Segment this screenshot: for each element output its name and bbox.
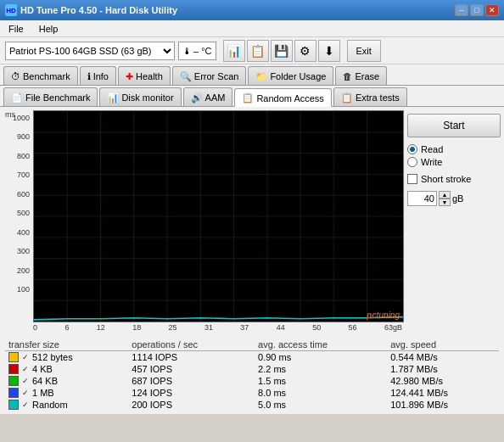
spin-up-button[interactable]: ▲ bbox=[439, 191, 451, 199]
cell-access-3: 8.0 ms bbox=[255, 387, 387, 399]
health-icon: ✚ bbox=[126, 71, 133, 82]
temp-display: 🌡 – °C bbox=[178, 42, 216, 60]
chart-svg bbox=[34, 111, 403, 322]
info-icon: ℹ bbox=[87, 71, 91, 82]
spin-down-button[interactable]: ▼ bbox=[439, 199, 451, 206]
cell-label-2: ✓ 64 KB bbox=[5, 375, 128, 387]
y-label-100: 100 bbox=[17, 285, 30, 294]
write-label: Write bbox=[421, 157, 442, 167]
label-1: 4 KB bbox=[32, 364, 53, 374]
stroke-input[interactable] bbox=[407, 191, 437, 206]
check-icon-1: ✓ bbox=[22, 365, 29, 373]
toolbar-btn-5[interactable]: ⬇ bbox=[318, 40, 340, 62]
col-speed: avg. speed bbox=[387, 338, 499, 351]
short-stroke-label: Short stroke bbox=[421, 174, 471, 184]
chart-with-axes: ms 1000 900 800 700 600 500 400 300 200 … bbox=[3, 110, 404, 322]
toolbar-btn-2[interactable]: 📋 bbox=[247, 40, 269, 62]
color-indicator-2 bbox=[8, 376, 19, 386]
tab-error-scan[interactable]: 🔍 Error Scan bbox=[172, 66, 247, 85]
cell-speed-0: 0.544 MB/s bbox=[387, 351, 499, 364]
check-icon-3: ✓ bbox=[22, 389, 29, 397]
label-2: 64 KB bbox=[32, 376, 58, 386]
x-label-37: 37 bbox=[240, 323, 249, 332]
title-bar: HD HD Tune Pro 4.50 - Hard Disk Utility … bbox=[0, 0, 504, 20]
tab-aam[interactable]: 🔊 AAM bbox=[183, 87, 233, 106]
minimize-button[interactable]: – bbox=[455, 4, 468, 16]
results-table: transfer size operations / sec avg. acce… bbox=[5, 338, 499, 411]
cell-speed-2: 42.980 MB/s bbox=[387, 375, 499, 387]
short-stroke-checkbox[interactable] bbox=[407, 174, 417, 184]
write-radio[interactable] bbox=[407, 157, 417, 167]
table-row: ✓ 512 bytes 1114 IOPS 0.90 ms 0.544 MB/s bbox=[5, 351, 499, 364]
col-access-time: avg. access time bbox=[255, 338, 387, 351]
exit-button[interactable]: Exit bbox=[347, 40, 381, 62]
cell-speed-1: 1.787 MB/s bbox=[387, 363, 499, 375]
temp-value: – °C bbox=[193, 46, 212, 56]
stroke-spinner: ▲ ▼ bbox=[439, 191, 451, 206]
table-row: ✓ 64 KB 687 IOPS 1.5 ms 42.980 MB/s bbox=[5, 375, 499, 387]
data-table-area: transfer size operations / sec avg. acce… bbox=[0, 335, 504, 414]
write-radio-item[interactable]: Write bbox=[407, 157, 501, 167]
cell-label-1: ✓ 4 KB bbox=[5, 363, 128, 375]
table-row: ✓ 4 KB 457 IOPS 2.2 ms 1.787 MB/s bbox=[5, 363, 499, 375]
cell-ops-3: 124 IOPS bbox=[128, 387, 255, 399]
read-radio-item[interactable]: Read bbox=[407, 144, 501, 154]
label-0: 512 bytes bbox=[32, 352, 73, 362]
window-title: HD Tune Pro 4.50 - Hard Disk Utility bbox=[20, 5, 177, 15]
cell-ops-4: 200 IOPS bbox=[128, 399, 255, 411]
cell-speed-4: 101.896 MB/s bbox=[387, 399, 499, 411]
x-label-50: 50 bbox=[312, 323, 321, 332]
extra-tests-icon: 📋 bbox=[341, 92, 353, 104]
tab-info[interactable]: ℹ Info bbox=[80, 66, 116, 85]
tab-folder-usage[interactable]: 📁 Folder Usage bbox=[248, 66, 333, 85]
right-panel: Start Read Write Short stroke ▲ ▼ gB bbox=[407, 110, 501, 332]
color-indicator-3 bbox=[8, 388, 19, 398]
random-access-icon: 📋 bbox=[242, 92, 254, 104]
toolbar: Patriot PS-100 64GB SSD (63 gB) 🌡 – °C 📊… bbox=[0, 37, 504, 64]
tab-extra-tests[interactable]: 📋 Extra tests bbox=[333, 87, 407, 106]
toolbar-btn-3[interactable]: 💾 bbox=[271, 40, 293, 62]
erase-icon: 🗑 bbox=[343, 71, 352, 81]
cell-label-4: ✓ Random bbox=[5, 399, 128, 411]
watermark: pctuning bbox=[367, 311, 400, 320]
close-button[interactable]: ✕ bbox=[485, 4, 499, 16]
color-indicator-1 bbox=[8, 364, 19, 374]
tab-disk-monitor[interactable]: 📊 Disk monitor bbox=[99, 87, 181, 106]
app-icon: HD bbox=[5, 4, 17, 16]
tab-health[interactable]: ✚ Health bbox=[118, 66, 171, 85]
cell-speed-3: 124.441 MB/s bbox=[387, 387, 499, 399]
tab-random-access[interactable]: 📋 Random Access bbox=[234, 88, 331, 107]
start-button[interactable]: Start bbox=[407, 114, 501, 137]
x-label-6: 6 bbox=[64, 323, 69, 332]
cell-ops-1: 457 IOPS bbox=[128, 363, 255, 375]
tab-file-benchmark[interactable]: 📄 File Benchmark bbox=[3, 87, 98, 106]
cell-access-2: 1.5 ms bbox=[255, 375, 387, 387]
read-radio[interactable] bbox=[407, 144, 417, 154]
y-label-300: 300 bbox=[17, 247, 30, 255]
disk-select[interactable]: Patriot PS-100 64GB SSD (63 gB) bbox=[5, 42, 175, 60]
x-label-44: 44 bbox=[277, 323, 285, 332]
tab-erase[interactable]: 🗑 Erase bbox=[335, 66, 387, 85]
restore-button[interactable]: □ bbox=[470, 4, 484, 16]
menu-file[interactable]: File bbox=[5, 23, 27, 35]
read-label: Read bbox=[421, 144, 443, 154]
x-label-0: 0 bbox=[33, 323, 37, 332]
x-label-18: 18 bbox=[132, 323, 141, 332]
tab-row-2: 📄 File Benchmark 📊 Disk monitor 🔊 AAM 📋 … bbox=[0, 86, 504, 107]
tab-row-1: ⏱ Benchmark ℹ Info ✚ Health 🔍 Error Scan… bbox=[0, 64, 504, 86]
y-label-900: 900 bbox=[17, 132, 30, 141]
window-controls[interactable]: – □ ✕ bbox=[455, 4, 499, 16]
x-label-56: 56 bbox=[349, 323, 357, 332]
main-content: ms 1000 900 800 700 600 500 400 300 200 … bbox=[0, 107, 504, 335]
short-stroke-item[interactable]: Short stroke bbox=[407, 174, 501, 184]
color-indicator-0 bbox=[8, 352, 19, 362]
menu-help[interactable]: Help bbox=[36, 23, 62, 35]
x-axis: 0 6 12 18 25 31 37 44 50 56 63gB bbox=[3, 323, 404, 332]
tab-benchmark[interactable]: ⏱ Benchmark bbox=[3, 66, 78, 85]
file-benchmark-icon: 📄 bbox=[11, 92, 23, 104]
toolbar-btn-4[interactable]: ⚙ bbox=[294, 40, 316, 62]
folder-icon: 📁 bbox=[255, 71, 267, 82]
check-icon-2: ✓ bbox=[22, 377, 29, 385]
toolbar-btn-1[interactable]: 📊 bbox=[223, 40, 245, 62]
col-transfer-size: transfer size bbox=[5, 338, 128, 351]
